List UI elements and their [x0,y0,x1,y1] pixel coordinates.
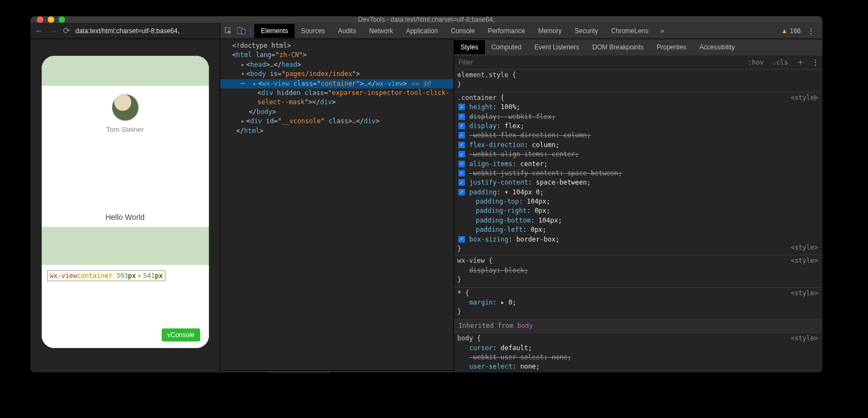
dom-line[interactable]: <html lang="zh-CN"> [220,50,454,60]
styles-more-icon[interactable]: ⋮ [812,58,819,67]
checkbox-icon[interactable]: ✓ [458,179,465,186]
decl[interactable]: -webkit-user-select: none; [457,353,819,362]
maximize-icon[interactable] [59,16,65,23]
checkbox-icon[interactable]: ✓ [458,236,465,243]
checkbox-icon[interactable]: ✓ [458,113,465,120]
dom-line-selected[interactable]: ⋯ <wx-view class="container">…</wx-view>… [220,79,454,88]
checkbox-icon[interactable]: ✓ [458,132,465,138]
tabs-overflow-icon[interactable]: » [660,27,664,35]
tab-memory[interactable]: Memory [532,24,568,38]
rule-body[interactable]: <style> body { cursor: default;-webkit-u… [454,333,822,372]
rule-source[interactable]: <style> [790,256,818,265]
expand-icon[interactable] [241,117,246,126]
dom-line[interactable]: select--mask"></div> [220,98,454,107]
dom-line[interactable]: <div hidden class="exparser-inspector-to… [220,88,454,98]
decl[interactable]: ✓height: 100%; [457,103,819,112]
warnings-badge[interactable]: ▲ 166 [781,27,801,35]
tab-audits[interactable]: Audits [331,24,362,38]
cls-toggle[interactable]: .cls [768,59,793,66]
checkbox-icon[interactable]: ✓ [458,189,465,195]
dom-line[interactable]: <div id="__vconsole" class>…</div> [220,117,454,126]
hov-toggle[interactable]: :hov [744,59,768,66]
close-icon[interactable] [37,16,43,23]
rule-source[interactable]: <style> [790,243,818,252]
checkbox-icon[interactable]: ✓ [458,151,465,157]
decl[interactable]: ✓justify-content: space-between; [457,178,819,187]
warning-icon: ▲ [459,372,463,372]
subtab-dom-breakpoints[interactable]: DOM Breakpoints [586,40,650,54]
subtab-accessibility[interactable]: Accessibility [693,40,741,54]
back-icon[interactable]: ← [35,26,43,36]
inspect-icon[interactable] [222,25,234,37]
checkbox-icon[interactable]: ✓ [458,161,465,167]
styles-body[interactable]: element.style { } ⋮ <style> <style> .con… [454,69,822,372]
decl[interactable]: ✓flex-direction: column; [457,141,819,150]
tab-chromelens[interactable]: ChromeLens [605,24,655,38]
filter-input[interactable] [454,59,744,66]
checkbox-icon[interactable]: ✓ [458,123,465,129]
reload-icon[interactable]: ⟳ [63,26,70,36]
dom-line[interactable]: </body> [220,107,454,117]
vconsole-button[interactable]: vConsole [162,328,200,341]
decl[interactable]: ✓padding: ▾ 104px 0; [457,188,819,197]
decl[interactable]: user-select: none; [457,362,819,371]
decl[interactable]: ✓display: flex; [457,122,819,131]
tab-sources[interactable]: Sources [295,24,331,38]
dom-line[interactable]: <body is="pages/index/index"> [220,69,454,79]
expand-icon[interactable] [241,60,246,69]
rule-source[interactable]: <style> [790,93,818,103]
decl[interactable]: ✓-webkit-flex-direction: column; [457,131,819,140]
tab-security[interactable]: Security [568,24,604,38]
checkbox-icon[interactable]: ✓ [458,170,465,176]
content: ← → ⟳ data:text/html;charset=utf-8;base6… [30,23,822,372]
subtab-computed[interactable]: Computed [485,40,528,54]
url-text[interactable]: data:text/html;charset=utf-8;base64, [75,27,180,35]
minimize-icon[interactable] [48,16,54,23]
decl[interactable]: ▲-webkit-touch-callout: none; [457,372,819,372]
crumb-wxview[interactable]: wx-view.container [269,372,331,372]
rule-wxview[interactable]: <style> wx-view { display: block; } [454,255,822,287]
dom-line[interactable]: <!doctype html> [220,41,454,50]
decl[interactable]: ✓box-sizing: border-box; [457,235,819,244]
decl[interactable]: cursor: default; [457,344,819,353]
dom-line[interactable]: </html> [220,126,454,136]
decl[interactable]: ✓display: -webkit-flex; [457,112,819,122]
subtab-styles[interactable]: Styles [454,40,485,54]
tab-console[interactable]: Console [444,24,481,38]
decl[interactable]: ✓-webkit-align-items: center; [457,150,819,159]
more-icon[interactable]: ⋮ [807,27,815,35]
device-frame[interactable]: Tom Steiner Hello World wx-viewcontainer… [41,55,209,349]
multiply-icon: × [137,272,141,280]
decl[interactable]: ✓align-items: center; [457,160,819,169]
tab-elements[interactable]: Elements [254,24,295,38]
rule-source[interactable]: <style> [790,289,818,298]
rule-star[interactable]: <style> * { margin: ▸ 0; } [454,288,822,320]
decl[interactable]: display: block; [457,266,819,275]
checkbox-icon[interactable]: ✓ [458,104,465,110]
expand-icon[interactable] [253,79,258,88]
subtab-event-listeners[interactable]: Event Listeners [528,40,586,54]
dom-line[interactable]: <head>…</head> [220,60,454,69]
rule-element-style[interactable]: element.style { } [454,69,822,92]
subtab-properties[interactable]: Properties [650,40,693,54]
decl-sub[interactable]: padding-left: 0px; [457,225,819,235]
device-toggle-icon[interactable] [235,25,247,37]
tab-application[interactable]: Application [399,24,444,38]
decl-sub[interactable]: padding-right: 0px; [457,206,819,216]
decl-sub[interactable]: padding-bottom: 104px; [457,216,819,225]
checkbox-icon[interactable]: ✓ [458,142,465,148]
rule-container[interactable]: ⋮ <style> <style> .container { ✓height: … [454,92,822,256]
decl-sub[interactable]: padding-top: 104px; [457,197,819,206]
crumb-html[interactable]: html [220,372,244,372]
tab-performance[interactable]: Performance [481,24,532,38]
decl[interactable]: ✓-webkit-justify-content: space-between; [457,169,819,178]
rule-source[interactable]: <style> [790,334,818,343]
forward-icon[interactable]: → [49,26,58,36]
collapse-icon[interactable] [241,69,246,79]
tab-network[interactable]: Network [362,24,399,38]
crumb-body[interactable]: body [244,372,269,372]
dom-tree[interactable]: <!doctype html> <html lang="zh-CN"> <hea… [220,39,454,370]
decl[interactable]: margin: ▸ 0; [457,298,819,307]
inherited-tag[interactable]: body [517,322,533,330]
new-rule-icon[interactable]: + [793,58,808,67]
